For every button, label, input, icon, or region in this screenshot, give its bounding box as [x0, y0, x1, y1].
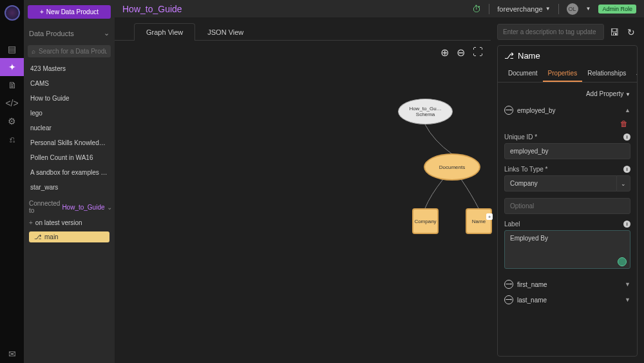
tab-document[interactable]: Document	[503, 66, 543, 82]
list-item[interactable]: lego	[28, 106, 111, 121]
tab-json[interactable]: JSON	[631, 66, 638, 82]
chevron-down-icon[interactable]: ⌄	[107, 204, 112, 211]
optional-input[interactable]	[504, 198, 630, 214]
tab-properties[interactable]: Properties	[543, 66, 583, 82]
search-icon: ⌕	[32, 48, 35, 55]
chevron-down-icon: ⌄	[104, 29, 109, 37]
connected-label: Connected to How_to_Guide ⌄	[28, 195, 111, 217]
link-icon: ⟶	[504, 295, 513, 304]
data-products-header[interactable]: Data Products⌄	[28, 25, 111, 41]
data-product-list: 423 Masters CAMS How to Guide lego nucle…	[28, 61, 111, 195]
avatar[interactable]: OL	[567, 3, 578, 15]
page-title: How_to_Guide	[122, 4, 182, 14]
list-item[interactable]: star_wars	[28, 180, 111, 195]
caret-down-icon: ▼	[545, 6, 551, 12]
delete-icon[interactable]: 🗑	[504, 118, 630, 133]
tab-json-view[interactable]: JSON View	[195, 23, 256, 41]
label-textarea[interactable]	[504, 230, 630, 269]
admin-badge[interactable]: Admin Role	[598, 5, 636, 14]
list-item[interactable]: Pollen Count in WA16	[28, 150, 111, 165]
list-item[interactable]: A sandbox for examples and r…	[28, 165, 111, 180]
connected-link[interactable]: How_to_Guide	[62, 204, 104, 211]
workspace-menu[interactable]: foreverchange▼	[497, 5, 550, 13]
property-row-last-name[interactable]: ⟶last_name ▼	[504, 292, 630, 308]
panel-title: ⎇Name	[498, 46, 637, 66]
chevron-up-icon: ▲	[625, 107, 630, 113]
property-row-first-name[interactable]: ⟶first_name ▼	[504, 277, 630, 292]
latest-version-label: +on latest version	[28, 217, 111, 229]
rail-mail-icon[interactable]: ✉	[0, 345, 24, 363]
node-name[interactable]: Name	[466, 208, 492, 234]
divider	[489, 4, 489, 14]
graph-canvas[interactable]: How_to_Gu… Schema Documents Company Name…	[115, 41, 491, 363]
rail-doc-icon[interactable]: 🗎	[0, 76, 24, 94]
app-logo[interactable]	[5, 5, 20, 21]
tab-graph-view[interactable]: Graph View	[134, 23, 195, 41]
node-documents[interactable]: Documents	[424, 153, 480, 181]
tag-description-input[interactable]	[497, 24, 604, 40]
divider	[558, 4, 559, 14]
links-to-type-select[interactable]: Company	[504, 175, 616, 191]
search-input-wrap: ⌕	[28, 45, 111, 57]
info-icon[interactable]: i	[623, 166, 630, 173]
link-icon: ⟶	[504, 280, 513, 289]
info-icon[interactable]: i	[623, 221, 630, 228]
list-item[interactable]: Personal Skills Knowledge Gr…	[28, 135, 111, 150]
grammarly-icon[interactable]	[618, 257, 627, 266]
unique-id-label: Unique ID *	[504, 133, 537, 141]
node-company[interactable]: Company	[412, 208, 439, 234]
branch-chip[interactable]: ⎇main	[29, 231, 109, 242]
rail-settings-icon[interactable]: ⚙	[0, 112, 24, 130]
list-item[interactable]: 423 Masters	[28, 61, 111, 76]
refresh-icon[interactable]: ↻	[625, 26, 638, 39]
property-row-employed-by[interactable]: ⟶employed_by ▲	[504, 103, 630, 118]
branch-icon: ⎇	[34, 233, 42, 240]
caret-down-icon: ▼	[625, 92, 630, 97]
label-label: Label	[504, 221, 520, 228]
list-item[interactable]: CAMS	[28, 76, 111, 91]
new-data-product-button[interactable]: +New Data Product	[28, 5, 111, 19]
tab-relationships[interactable]: Relationships	[582, 66, 631, 82]
search-input[interactable]	[39, 48, 107, 55]
link-icon: ⟶	[504, 106, 513, 115]
save-icon[interactable]: 🖫	[608, 26, 621, 39]
list-item[interactable]: nuclear	[28, 121, 111, 135]
info-icon[interactable]: i	[623, 133, 630, 141]
unique-id-input[interactable]	[504, 143, 630, 159]
rail-code-icon[interactable]: </>	[0, 94, 24, 112]
timer-icon[interactable]: ⏱	[472, 4, 481, 14]
plus-icon: +	[40, 8, 44, 15]
rail-pr-icon[interactable]: ⎌	[0, 130, 24, 148]
links-to-type-label: Links To Type *	[504, 166, 547, 173]
chevron-down-icon: ▼	[625, 281, 630, 288]
rail-book-icon[interactable]: ▤	[0, 40, 24, 58]
list-item[interactable]: How to Guide	[28, 91, 111, 106]
chevron-down-icon[interactable]: ⌄	[616, 175, 630, 191]
node-schema[interactable]: How_to_Gu… Schema	[398, 99, 453, 124]
add-property-button[interactable]: Add Property ▼	[504, 88, 630, 103]
chevron-down-icon: ▼	[625, 297, 630, 303]
rail-graph-icon[interactable]: ✦	[0, 58, 24, 76]
branch-icon: ⎇	[504, 51, 514, 61]
caret-down-icon[interactable]: ▼	[586, 6, 591, 12]
node-add-icon[interactable]: +	[486, 213, 493, 220]
